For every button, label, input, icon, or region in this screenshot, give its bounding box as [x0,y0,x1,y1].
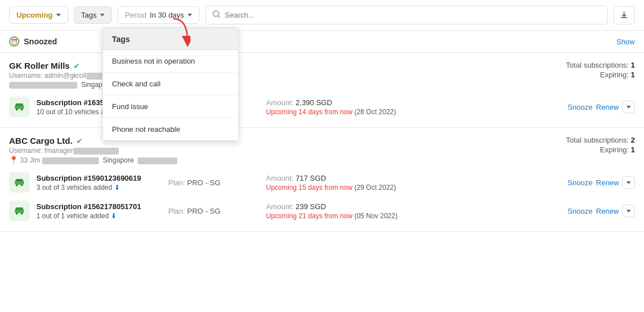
sub-icon-gk-1 [9,97,30,117]
renew-btn-abc-2[interactable]: Renew [596,207,619,215]
customer-name-abc: ABC Cargo Ltd. [9,136,73,145]
search-input[interactable] [225,11,600,19]
snoozed-left: ⏰ Snoozed [9,36,57,47]
address-blur-abc [42,157,99,164]
sub-plan-abc-1: Plan: PRO - SG [168,178,259,187]
vehicle-icon-abc-1 [14,177,25,188]
expiring-gk: Expiring: 1 [544,70,635,79]
download-icon [620,11,629,20]
expand-chevron-gk-1 [626,106,631,109]
customer-card-abc: ABC Cargo Ltd. ✔ Username: fmanager 📍 33… [0,128,644,232]
show-link[interactable]: Show [616,38,635,46]
svg-point-5 [21,109,23,111]
customer-totals-gk: Total subscriptions: 1 Expiring: 1 [544,61,635,80]
svg-rect-3 [16,103,23,106]
total-subs-abc: Total subscriptions: 2 [544,136,635,144]
tags-dropdown[interactable]: Tags [74,6,112,24]
toolbar: Upcoming Tags Period In 30 days [0,0,644,31]
download-button[interactable] [613,6,635,24]
upcoming-label: Upcoming [16,11,53,19]
customer-username-gk: Username: admin@gkroll [9,72,533,80]
subscription-row-abc-2: Subscription #1562178051701 1 out of 1 v… [9,195,635,223]
customer-username-abc: Username: fmanager [9,147,533,155]
sub-vehicles-abc-2: 1 out of 1 vehicle added ⬇ [36,212,161,220]
svg-point-4 [16,109,18,111]
sub-icon-abc-2 [9,201,30,221]
expand-chevron-abc-2 [626,210,631,213]
tag-option-business[interactable]: Business not in operation [103,50,238,73]
snoozed-bar: ⏰ Snoozed Show [0,31,644,53]
sub-actions-abc-2: Snooze Renew [567,205,635,217]
search-icon [213,10,221,20]
svg-rect-11 [16,207,23,210]
tag-option-fund[interactable]: Fund issue [103,95,238,118]
expiring-abc: Expiring: 1 [544,145,635,154]
vehicles-download-abc-1[interactable]: ⬇ [114,184,120,192]
tag-option-check[interactable]: Check and call [103,73,238,95]
address-blur2-abc [138,157,177,164]
amount-value-gk-1: Amount: 2,390 SGD [266,98,560,107]
renew-btn-gk-1[interactable]: Renew [596,103,619,111]
total-subs-gk: Total subscriptions: 1 [544,61,635,69]
snoozed-label: Snoozed [24,37,57,46]
sub-number-abc-2: Subscription #1562178051701 [36,202,161,211]
sub-icon-abc-1 [9,172,30,193]
sub-details-abc-2: Subscription #1562178051701 1 out of 1 v… [36,202,161,220]
customer-card-gk: GK Roller Mills ✔ Username: admin@gkroll… [0,53,644,128]
upcoming-dropdown[interactable]: Upcoming [9,6,68,24]
period-prefix-label: Period [125,11,147,19]
renew-btn-abc-1[interactable]: Renew [596,178,619,187]
customer-name-row-gk: GK Roller Mills ✔ [9,61,533,70]
snooze-btn-gk-1[interactable]: Snooze [567,103,592,111]
amount-value-abc-1: Amount: 717 SGD [266,174,560,182]
customer-info-gk: GK Roller Mills ✔ Username: admin@gkroll… [9,61,533,89]
customer-name-row-abc: ABC Cargo Ltd. ✔ [9,136,533,145]
verified-icon-gk: ✔ [73,61,80,70]
sub-amount-abc-1: Amount: 717 SGD Upcoming 15 days from no… [266,174,560,192]
subscription-row-abc-1: Subscription #1590123690619 3 out of 3 v… [9,167,635,195]
sub-amount-abc-2: Amount: 239 SGD Upcoming 21 days from no… [266,202,560,220]
expand-chevron-abc-1 [626,181,631,184]
sub-actions-gk-1: Snooze Renew [567,101,635,113]
dropdown-arrow-icon [156,16,190,50]
pin-icon-abc: 📍 [9,156,18,164]
address-blur1-gk [9,82,77,89]
upcoming-text-abc-1: Upcoming 15 days from now (29 Oct 2022) [266,184,560,192]
upcoming-text-gk-1: Upcoming 14 days from now (28 Oct 2022) [266,108,560,116]
sub-details-abc-1: Subscription #1590123690619 3 out of 3 v… [36,174,161,192]
sub-amount-gk-1: Amount: 2,390 SGD Upcoming 14 days from … [266,98,560,116]
tags-label: Tags [81,11,97,19]
sub-plan-abc-2: Plan: PRO - SG [168,207,259,215]
tag-option-phone[interactable]: Phone not reachable [103,118,238,140]
snoozed-icon: ⏰ [9,36,19,47]
sub-actions-abc-1: Snooze Renew [567,176,635,189]
customer-address-abc: 📍 33 Jlm Singapore [9,156,533,164]
username-blur-abc [73,148,119,155]
svg-point-13 [21,213,23,215]
snooze-btn-abc-2[interactable]: Snooze [567,207,592,215]
customer-name-gk: GK Roller Mills [9,61,70,70]
svg-point-9 [21,185,23,186]
upcoming-text-abc-2: Upcoming 21 days from now (05 Nov 2022) [266,212,560,220]
sub-vehicles-abc-1: 3 out of 3 vehicles added ⬇ [36,184,161,192]
tags-chevron-icon [100,14,105,16]
sub-number-abc-1: Subscription #1590123690619 [36,174,161,182]
svg-point-8 [16,185,18,186]
svg-rect-7 [16,179,23,181]
customer-address-gk: Singapore [9,81,533,89]
customer-info-abc: ABC Cargo Ltd. ✔ Username: fmanager 📍 33… [9,136,533,164]
upcoming-chevron-icon [56,14,61,16]
customer-totals-abc: Total subscriptions: 2 Expiring: 1 [544,136,635,155]
expand-btn-gk-1[interactable] [622,101,635,113]
search-box [205,6,608,24]
svg-line-1 [218,16,220,18]
vehicle-icon-abc-2 [14,205,25,217]
verified-icon-abc: ✔ [76,136,83,145]
vehicle-icon-gk-1 [14,101,25,113]
amount-value-abc-2: Amount: 239 SGD [266,202,560,211]
expand-btn-abc-2[interactable] [622,205,635,217]
vehicles-download-abc-2[interactable]: ⬇ [111,212,117,220]
svg-point-12 [16,213,18,215]
expand-btn-abc-1[interactable] [622,176,635,189]
snooze-btn-abc-1[interactable]: Snooze [567,178,592,187]
